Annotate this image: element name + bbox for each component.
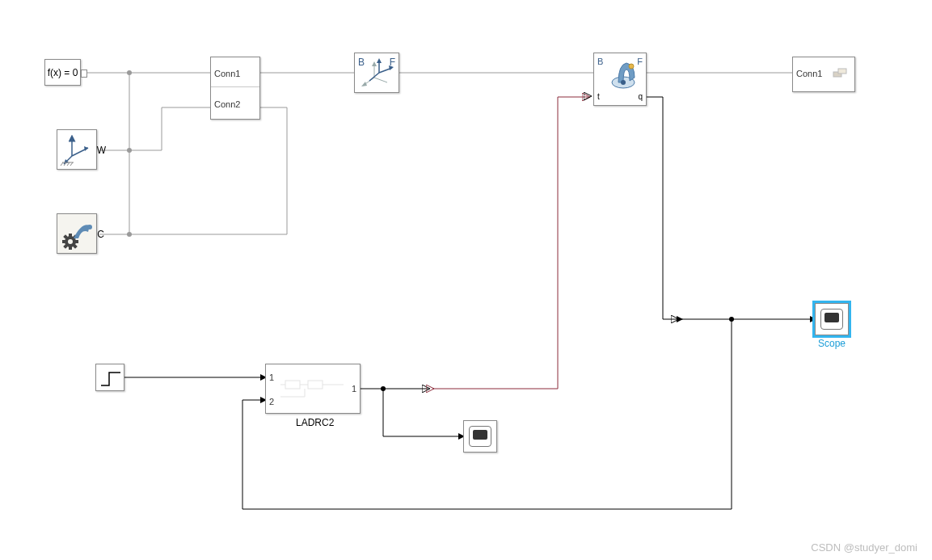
scope-small-block[interactable] [463,420,497,453]
ladrc2-out1: 1 [352,384,356,394]
revolute-t-port-icon [584,92,593,102]
svg-point-0 [127,70,132,75]
subsystem-link-base[interactable]: Conn1 Conn2 [210,57,260,120]
svg-rect-18 [69,246,72,250]
svg-point-37 [621,80,626,85]
svg-point-1 [127,148,132,153]
link-solid-icon [832,65,850,83]
world-frame-block[interactable]: W [57,129,97,170]
scope-name-label: Scope [818,338,846,349]
transform-port-f: F [390,57,395,68]
svg-point-16 [68,239,73,244]
svg-line-30 [374,78,387,82]
svg-line-13 [67,162,70,166]
solver-port [81,69,87,78]
transform-port-b: B [358,57,365,68]
mech-config-block[interactable]: C [57,213,97,254]
svg-point-3 [381,386,386,391]
svg-point-4 [729,317,734,322]
solver-label: f(x) = 0 [48,67,78,78]
solver-config-block[interactable]: f(x) = 0 [44,59,81,86]
ladrc2-in1: 1 [269,373,274,382]
svg-line-14 [70,162,73,166]
svg-rect-42 [285,381,300,389]
scope-icon [820,309,843,330]
svg-marker-32 [377,58,382,63]
step-icon [96,364,125,392]
svg-line-11 [61,162,63,166]
watermark: CSDN @studyer_domi [811,541,917,554]
simulink-canvas[interactable]: f(x) = 0 W [0,0,932,560]
svg-rect-41 [838,69,846,74]
ladrc2-block[interactable]: 1 2 1 [265,364,361,414]
scope-small-icon [469,426,491,447]
svg-rect-43 [308,381,323,389]
world-frame-port-label: W [97,145,106,156]
svg-rect-20 [75,240,78,243]
step-source-block[interactable] [95,364,124,391]
subsystem-port-conn1: Conn1 [214,69,240,78]
subsystem-port-conn2: Conn2 [214,99,240,109]
svg-marker-29 [361,82,367,86]
revolute-joint-block[interactable]: B F t q [593,53,647,106]
svg-rect-17 [69,234,72,237]
svg-marker-39 [584,92,592,100]
rigid-transform-block[interactable]: B F [354,53,399,93]
revolute-port-t: t [597,92,600,101]
svg-point-38 [629,64,634,69]
revolute-port-q: q [638,92,643,101]
world-frame-icon [57,130,98,171]
revolute-port-f: F [637,57,643,66]
svg-point-2 [127,232,132,237]
svg-rect-19 [62,240,65,243]
svg-marker-27 [372,61,377,66]
scope-block[interactable] [815,303,849,335]
mech-config-icon [57,214,98,255]
svg-point-25 [87,225,92,229]
link-solid-port-conn1: Conn1 [796,69,822,78]
subsystem-divider [211,86,259,87]
ladrc2-inner-icon [280,376,345,403]
ladrc2-name-label: LADRC2 [296,417,334,428]
revolute-port-b: B [597,57,603,66]
mech-config-port-label: C [97,229,104,240]
ladrc2-in2: 2 [269,397,274,406]
link-solid-block[interactable]: Conn1 [792,57,855,92]
